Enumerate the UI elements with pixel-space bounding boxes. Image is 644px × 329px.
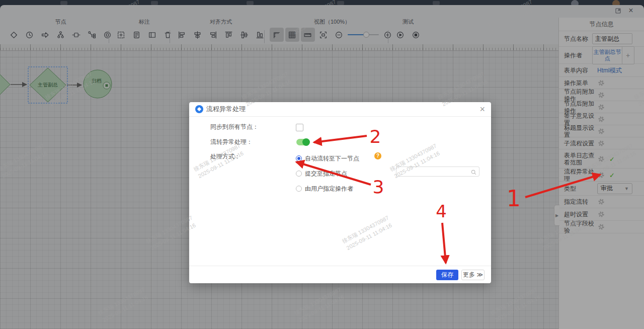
exception-handling-dialog: 流程异常处理 × 同步到所有节点： 流转异常处理： 处理方式： 自动流转至下一节… <box>189 102 491 283</box>
radio-icon[interactable] <box>296 186 302 192</box>
flow-exception-label: 流转异常处理： <box>210 137 253 147</box>
radio-option-由用户指定操作者[interactable]: 由用户指定操作者 <box>296 184 353 194</box>
dialog-close-icon[interactable]: × <box>479 103 485 115</box>
more-button[interactable]: 更多 ≫ <box>461 270 485 280</box>
node-search-input[interactable] <box>398 168 471 177</box>
save-button[interactable]: 保存 <box>436 270 458 280</box>
search-icon <box>470 169 477 178</box>
sync-all-nodes-checkbox[interactable] <box>296 124 303 131</box>
dialog-header: 流程异常处理 × <box>189 102 491 117</box>
flow-exception-toggle[interactable] <box>296 139 309 145</box>
dialog-title: 流程异常处理 <box>206 102 246 116</box>
radio-icon[interactable] <box>296 155 302 161</box>
radio-label: 自动流转至下一节点 <box>305 154 359 163</box>
dialog-logo-icon <box>195 105 203 113</box>
sync-all-nodes-label: 同步到所有节点： <box>210 122 259 132</box>
radio-label: 提交至指定节点 <box>305 170 347 178</box>
node-search-box <box>396 167 479 177</box>
radio-option-自动流转至下一节点[interactable]: 自动流转至下一节点 <box>296 153 359 163</box>
handle-method-label: 处理方式： <box>210 151 240 161</box>
dialog-footer: 保存 更多 ≫ <box>189 266 491 284</box>
radio-icon[interactable] <box>296 171 302 177</box>
radio-option-提交至指定节点[interactable]: 提交至指定节点 <box>296 169 347 179</box>
help-icon[interactable]: ? <box>374 152 381 159</box>
radio-label: 由用户指定操作者 <box>305 185 353 193</box>
